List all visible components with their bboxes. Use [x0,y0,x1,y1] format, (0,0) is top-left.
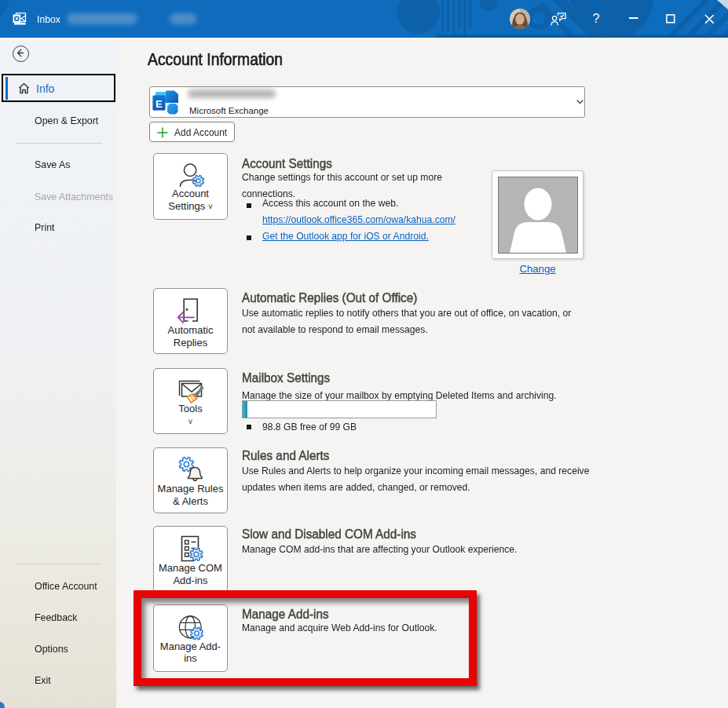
svg-text:E: E [155,98,163,110]
